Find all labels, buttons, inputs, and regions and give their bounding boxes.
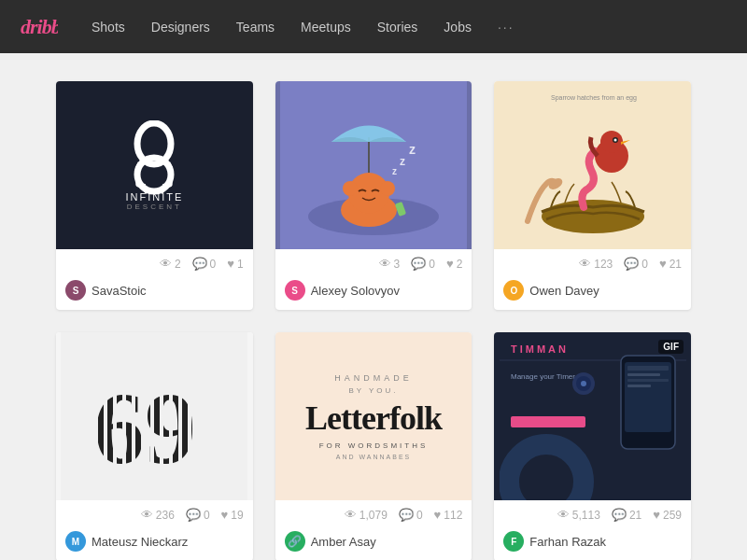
eye-icon-3: 👁 bbox=[579, 257, 591, 271]
heart-icon-2: ♥ bbox=[446, 257, 454, 271]
shot-author-6: F Farhan Razak bbox=[494, 525, 691, 560]
shot-author-5: 🔗 Amber Asay bbox=[275, 525, 472, 560]
letterfolk-for: FOR WORDSMITHS bbox=[319, 441, 429, 450]
svg-text:dribbble: dribbble bbox=[21, 15, 58, 38]
svg-point-8 bbox=[343, 181, 358, 196]
comments-2: 💬 0 bbox=[411, 257, 435, 271]
letterfolk-handmade: HANDMADE bbox=[334, 373, 413, 383]
heart-icon-4: ♥ bbox=[221, 508, 229, 522]
author-name-3[interactable]: Owen Davey bbox=[529, 284, 599, 298]
likes-1: ♥ 1 bbox=[227, 257, 243, 271]
comments-3: 💬 0 bbox=[624, 257, 648, 271]
nav-jobs[interactable]: Jobs bbox=[432, 12, 483, 42]
bird-nest-svg: Sparrow hatches from an egg bbox=[500, 81, 686, 249]
eye-icon-4: 👁 bbox=[141, 508, 153, 522]
avatar-3[interactable]: O bbox=[503, 280, 524, 301]
svg-rect-35 bbox=[627, 366, 669, 371]
avatar-6[interactable]: F bbox=[503, 531, 524, 552]
views-2: 👁 3 bbox=[379, 257, 401, 271]
shot-meta-6: 👁 5,113 💬 21 ♥ 259 bbox=[494, 500, 691, 525]
svg-text:Sparrow hatches from an egg: Sparrow hatches from an egg bbox=[551, 94, 637, 102]
views-5: 👁 1,079 bbox=[345, 508, 388, 522]
author-name-4[interactable]: Mateusz Nieckarz bbox=[92, 535, 188, 549]
svg-point-42 bbox=[581, 381, 586, 386]
svg-rect-37 bbox=[627, 379, 669, 382]
svg-rect-36 bbox=[627, 373, 660, 376]
infinite-descent-svg bbox=[126, 120, 182, 195]
svg-text:TIMMAN: TIMMAN bbox=[511, 343, 569, 355]
shot-meta-1: 👁 2 💬 0 ♥ 1 bbox=[56, 249, 253, 274]
author-name-6[interactable]: Farhan Razak bbox=[529, 535, 606, 549]
eye-icon-2: 👁 bbox=[379, 257, 391, 271]
author-name-2[interactable]: Alexey Solovyov bbox=[311, 284, 400, 298]
shot-card-4: 69 👁 236 💬 0 ♥ 19 bbox=[56, 332, 253, 560]
shot-author-3: O Owen Davey bbox=[494, 274, 691, 310]
likes-5: ♥ 112 bbox=[434, 508, 463, 522]
shot-card: INFINITE DESCENT 👁 2 💬 0 ♥ 1 bbox=[56, 81, 253, 310]
svg-text:Manage your Timer: Manage your Timer bbox=[511, 372, 575, 381]
svg-rect-32 bbox=[511, 416, 585, 427]
sleeping-character-svg: z z z bbox=[280, 81, 467, 249]
likes-2: ♥ 2 bbox=[446, 257, 462, 271]
nav-shots[interactable]: Shots bbox=[80, 12, 136, 42]
nav-teams[interactable]: Teams bbox=[225, 12, 286, 42]
comments-6: 💬 21 bbox=[612, 508, 641, 522]
comment-icon-2: 💬 bbox=[411, 257, 426, 271]
shot-thumbnail-6[interactable]: GIF TIMMAN Manage your Timer bbox=[494, 332, 691, 500]
author-name-1[interactable]: SavaStoic bbox=[92, 284, 147, 298]
nav-stories[interactable]: Stories bbox=[366, 12, 430, 42]
heart-icon-6: ♥ bbox=[653, 508, 660, 522]
letterfolk-by: BY YOU. bbox=[348, 386, 398, 395]
shot-card-6: GIF TIMMAN Manage your Timer bbox=[494, 332, 691, 560]
likes-4: ♥ 19 bbox=[221, 508, 244, 522]
comments-4: 💬 0 bbox=[186, 508, 210, 522]
shot-meta-5: 👁 1,079 💬 0 ♥ 112 bbox=[275, 500, 472, 525]
shot-thumbnail-4[interactable]: 69 bbox=[56, 332, 253, 500]
shot-card-2: z z z 👁 3 💬 0 ♥ 2 S bbox=[275, 81, 472, 310]
comment-icon-5: 💬 bbox=[399, 508, 414, 522]
avatar-4[interactable]: M bbox=[65, 531, 86, 552]
svg-point-17 bbox=[600, 131, 623, 153]
views-4: 👁 236 bbox=[141, 508, 175, 522]
comment-icon-4: 💬 bbox=[186, 508, 201, 522]
shot-card-3: Sparrow hatches from an egg 👁 123 💬 0 ♥ bbox=[494, 81, 691, 310]
shot-thumbnail-2[interactable]: z z z bbox=[275, 81, 472, 249]
infinite-sub: DESCENT bbox=[127, 203, 182, 211]
avatar-5[interactable]: 🔗 bbox=[285, 531, 305, 552]
avatar-2[interactable]: S bbox=[285, 280, 305, 301]
dribbble-logo[interactable]: dribbble bbox=[19, 9, 58, 45]
author-name-5[interactable]: Amber Asay bbox=[311, 535, 376, 549]
69-logo-svg: 69 bbox=[61, 332, 247, 500]
shot-meta-3: 👁 123 💬 0 ♥ 21 bbox=[494, 249, 691, 274]
eye-icon-5: 👁 bbox=[345, 508, 357, 522]
svg-text:z: z bbox=[409, 142, 416, 157]
svg-point-9 bbox=[380, 181, 395, 196]
views-3: 👁 123 bbox=[579, 257, 613, 271]
letterfolk-and: AND WANNABES bbox=[336, 454, 412, 460]
svg-text:z: z bbox=[392, 166, 397, 176]
shot-author-4: M Mateusz Nieckarz bbox=[56, 525, 253, 560]
shot-thumbnail-3[interactable]: Sparrow hatches from an egg bbox=[494, 81, 691, 249]
svg-rect-34 bbox=[625, 362, 671, 432]
shot-thumbnail-5[interactable]: HANDMADE BY YOU. Letterfolk FOR WORDSMIT… bbox=[275, 332, 472, 500]
nav-meetups[interactable]: Meetups bbox=[289, 12, 362, 42]
main-content: INFINITE DESCENT 👁 2 💬 0 ♥ 1 bbox=[0, 53, 747, 560]
views-6: 👁 5,113 bbox=[557, 508, 600, 522]
svg-rect-38 bbox=[627, 385, 651, 387]
avatar-1[interactable]: S bbox=[65, 280, 86, 301]
views-1: 👁 2 bbox=[160, 257, 181, 271]
comments-1: 💬 0 bbox=[192, 257, 217, 271]
nav-links: Shots Designers Teams Meetups Stories Jo… bbox=[80, 12, 526, 42]
comment-icon-3: 💬 bbox=[624, 257, 639, 271]
shot-thumbnail-1[interactable]: INFINITE DESCENT bbox=[56, 81, 253, 249]
heart-icon-5: ♥ bbox=[434, 508, 442, 522]
comment-icon: 💬 bbox=[192, 257, 207, 271]
nav-more[interactable]: ··· bbox=[486, 12, 526, 42]
nav-designers[interactable]: Designers bbox=[140, 12, 221, 42]
likes-3: ♥ 21 bbox=[659, 257, 682, 271]
gif-badge: GIF bbox=[658, 340, 684, 354]
letterfolk-title: Letterfolk bbox=[305, 399, 442, 438]
svg-text:z: z bbox=[400, 155, 405, 168]
shot-card-5: HANDMADE BY YOU. Letterfolk FOR WORDSMIT… bbox=[275, 332, 472, 560]
eye-icon: 👁 bbox=[160, 257, 172, 271]
